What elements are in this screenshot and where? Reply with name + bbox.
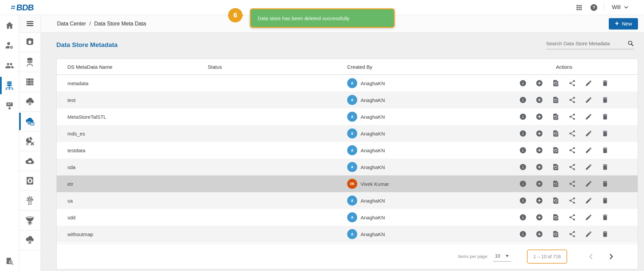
restore-page-action-button[interactable] <box>552 214 559 221</box>
share-action-button[interactable] <box>569 197 576 204</box>
help-button[interactable] <box>589 3 598 12</box>
info-action-button[interactable] <box>519 113 527 120</box>
info-action-button[interactable] <box>519 130 527 137</box>
sidebar-item-training[interactable] <box>0 96 19 116</box>
add-circle-action-button[interactable] <box>536 230 543 238</box>
delete-action-button[interactable] <box>601 79 609 87</box>
delete-action-button[interactable] <box>601 130 609 137</box>
table-row[interactable]: test A AnaghaKN <box>57 92 638 108</box>
new-button[interactable]: + New <box>609 18 638 30</box>
restore-page-action-button[interactable] <box>552 113 559 120</box>
edit-action-button[interactable] <box>585 180 592 187</box>
table-row[interactable]: etr VK Vivek Kumar <box>57 175 638 192</box>
table-row[interactable]: MetaStoreTalSTL A AnaghaKN <box>57 108 638 125</box>
share-action-button[interactable] <box>569 130 576 137</box>
delete-action-button[interactable] <box>601 96 609 104</box>
apps-grid-button[interactable] <box>575 3 583 12</box>
info-action-button[interactable] <box>519 96 527 104</box>
restore-page-action-button[interactable] <box>552 163 559 171</box>
user-menu[interactable]: Will <box>610 4 631 11</box>
share-action-button[interactable] <box>569 79 576 87</box>
share-action-button[interactable] <box>569 96 576 104</box>
sidebar-item-data-store-network[interactable] <box>19 52 41 72</box>
share-action-button[interactable] <box>569 163 576 171</box>
restore-page-action-button[interactable] <box>552 130 559 137</box>
next-page-button[interactable] <box>607 252 615 261</box>
share-action-button[interactable] <box>569 214 576 221</box>
add-circle-action-button[interactable] <box>536 113 543 120</box>
sidebar-item-data-center[interactable] <box>0 75 19 96</box>
add-circle-action-button[interactable] <box>536 147 543 154</box>
share-action-button[interactable] <box>569 113 576 120</box>
sidebar-item-data-sheets[interactable] <box>19 151 41 171</box>
add-circle-action-button[interactable] <box>536 214 543 221</box>
table-row[interactable]: metadata A AnaghaKN <box>57 75 638 92</box>
info-action-button[interactable] <box>519 214 527 221</box>
edit-action-button[interactable] <box>585 163 592 171</box>
add-circle-action-button[interactable] <box>536 163 543 171</box>
info-action-button[interactable] <box>519 79 527 87</box>
add-circle-action-button[interactable] <box>536 96 543 104</box>
restore-page-action-button[interactable] <box>552 180 559 187</box>
edit-action-button[interactable] <box>585 79 592 87</box>
sidebar-item-data-sets[interactable] <box>19 72 41 92</box>
delete-action-button[interactable] <box>601 214 609 221</box>
info-action-button[interactable] <box>519 147 527 154</box>
restore-page-action-button[interactable] <box>552 96 559 104</box>
edit-action-button[interactable] <box>585 96 592 104</box>
share-action-button[interactable] <box>569 147 576 154</box>
sidebar-item-data-preparation[interactable] <box>19 131 41 151</box>
delete-action-button[interactable] <box>601 197 609 204</box>
search-input[interactable] <box>546 41 627 46</box>
add-circle-action-button[interactable] <box>536 180 543 187</box>
sidebar-item-data-store-metadata[interactable] <box>19 112 41 131</box>
edit-action-button[interactable] <box>585 230 592 238</box>
menu-toggle-button[interactable] <box>19 15 41 32</box>
table-row[interactable]: sda A AnaghaKN <box>57 159 638 175</box>
table-row[interactable]: withoutmap A AnaghaKN <box>57 226 638 242</box>
sidebar-item-data-store-home[interactable] <box>19 33 41 52</box>
delete-action-button[interactable] <box>601 163 609 171</box>
sidebar-item-data-audit[interactable] <box>0 252 19 271</box>
edit-action-button[interactable] <box>585 197 592 204</box>
delete-action-button[interactable] <box>601 113 609 120</box>
sidebar-item-data-filter[interactable] <box>19 211 41 230</box>
delete-action-button[interactable] <box>601 147 609 154</box>
info-action-button[interactable] <box>519 230 527 238</box>
table-row[interactable]: sa A AnaghaKN <box>57 192 638 209</box>
bdb-logo[interactable]: BDB <box>11 3 34 12</box>
edit-action-button[interactable] <box>585 147 592 154</box>
edit-action-button[interactable] <box>585 214 592 221</box>
delete-action-button[interactable] <box>601 230 609 238</box>
search-icon[interactable] <box>627 40 634 47</box>
sidebar-item-home[interactable] <box>0 15 19 35</box>
previous-page-button[interactable] <box>587 252 595 261</box>
add-circle-action-button[interactable] <box>536 197 543 204</box>
restore-page-action-button[interactable] <box>552 147 559 154</box>
add-circle-action-button[interactable] <box>536 79 543 87</box>
sidebar-item-cloud-datastore[interactable] <box>19 92 41 112</box>
sidebar-item-settings-data[interactable] <box>19 171 41 191</box>
info-action-button[interactable] <box>519 180 527 187</box>
edit-action-button[interactable] <box>585 130 592 137</box>
sidebar-item-user-admin[interactable] <box>0 35 19 55</box>
table-row[interactable]: sdd A AnaghaKN <box>57 209 638 226</box>
restore-page-action-button[interactable] <box>552 79 559 87</box>
delete-action-button[interactable] <box>601 180 609 187</box>
restore-page-action-button[interactable] <box>552 230 559 238</box>
add-circle-action-button[interactable] <box>536 130 543 137</box>
share-action-button[interactable] <box>569 180 576 187</box>
breadcrumb-data-store-meta-data[interactable]: Data Store Meta Data <box>94 21 146 27</box>
sidebar-item-user-groups[interactable] <box>0 55 19 75</box>
breadcrumb-data-center[interactable]: Data Center <box>57 21 86 27</box>
info-action-button[interactable] <box>519 163 527 171</box>
items-per-page-select[interactable]: 10 <box>493 252 511 262</box>
edit-action-button[interactable] <box>585 113 592 120</box>
restore-page-action-button[interactable] <box>552 197 559 204</box>
table-row[interactable]: testdata A AnaghaKN <box>57 142 638 159</box>
share-action-button[interactable] <box>569 230 576 238</box>
info-action-button[interactable] <box>519 197 527 204</box>
sidebar-item-cloud-database[interactable] <box>19 230 41 250</box>
table-row[interactable]: mds_es A AnaghaKN <box>57 125 638 142</box>
sidebar-item-api-connectors[interactable] <box>19 191 41 211</box>
